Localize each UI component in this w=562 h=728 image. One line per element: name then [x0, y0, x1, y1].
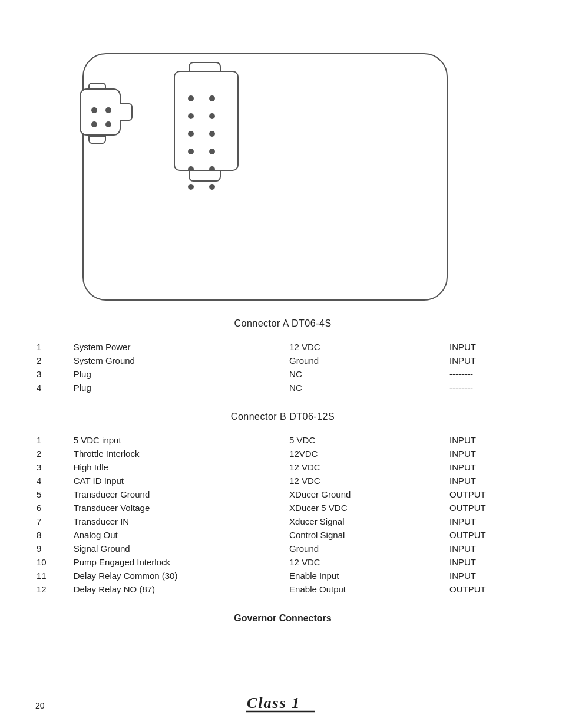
- row-num: 3: [37, 368, 72, 380]
- pin-a3: [91, 121, 97, 127]
- pin-b1: [188, 95, 194, 101]
- row-io: INPUT: [449, 354, 529, 367]
- row-io: INPUT: [449, 434, 529, 446]
- row-name: Delay Relay Common (30): [74, 569, 288, 582]
- row-name: 5 VDC input: [74, 434, 288, 446]
- row-num: 2: [37, 447, 72, 460]
- row-io: OUTPUT: [449, 583, 529, 595]
- diagram-box: [82, 53, 448, 301]
- table-row: 2 System Ground Ground INPUT: [37, 354, 529, 367]
- row-num: 4: [37, 381, 72, 394]
- row-name: Analog Out: [74, 529, 288, 541]
- table-row: 5 Transducer Ground XDucer Ground OUTPUT: [37, 488, 529, 500]
- connector-a-diagram: [77, 83, 130, 147]
- row-num: 8: [37, 529, 72, 541]
- row-io: INPUT: [449, 515, 529, 528]
- connector-b-table: 1 5 VDC input 5 VDC INPUT 2 Throttle Int…: [35, 433, 530, 597]
- table-row: 12 Delay Relay NO (87) Enable Output OUT…: [37, 583, 529, 595]
- row-name: CAT ID Input: [74, 475, 288, 487]
- pin-b5: [188, 131, 194, 137]
- pin-a2: [105, 107, 111, 113]
- row-value: 12 VDC: [289, 341, 448, 353]
- row-io: INPUT: [449, 447, 529, 460]
- logo-svg: Class 1: [246, 691, 316, 713]
- row-value: Enable Input: [289, 569, 448, 582]
- row-value: XDucer 5 VDC: [289, 502, 448, 514]
- row-name: High Idle: [74, 461, 288, 473]
- row-name: Transducer Voltage: [74, 502, 288, 514]
- pin-b3: [188, 113, 194, 119]
- table-row: 10 Pump Engaged Interlock 12 VDC INPUT: [37, 556, 529, 568]
- pin-b2: [209, 95, 215, 101]
- connector-a-title: Connector A DT06-4S: [35, 318, 530, 329]
- row-name: Plug: [74, 381, 288, 394]
- row-value: XDucer Ground: [289, 488, 448, 500]
- row-value: 12 VDC: [289, 475, 448, 487]
- table-row: 11 Delay Relay Common (30) Enable Input …: [37, 569, 529, 582]
- row-value: NC: [289, 368, 448, 380]
- row-io: --------: [449, 381, 529, 394]
- pin-b11: [188, 184, 194, 190]
- table-row: 1 System Power 12 VDC INPUT: [37, 341, 529, 353]
- logo-text: Class 1: [246, 701, 316, 716]
- row-value: NC: [289, 381, 448, 394]
- pin-b12: [209, 184, 215, 190]
- pin-b4: [209, 113, 215, 119]
- row-value: Xducer Signal: [289, 515, 448, 528]
- row-name: Delay Relay NO (87): [74, 583, 288, 595]
- table-row: 4 CAT ID Input 12 VDC INPUT: [37, 475, 529, 487]
- pin-b8: [209, 149, 215, 154]
- row-num: 6: [37, 502, 72, 514]
- row-value: 12VDC: [289, 447, 448, 460]
- row-value: Ground: [289, 542, 448, 555]
- row-num: 1: [37, 434, 72, 446]
- row-value: Enable Output: [289, 583, 448, 595]
- row-io: INPUT: [449, 341, 529, 353]
- row-io: INPUT: [449, 461, 529, 473]
- connector-b-diagram: [171, 59, 247, 189]
- page-number: 20: [35, 701, 45, 710]
- row-name: System Ground: [74, 354, 288, 367]
- company-logo: Class 1: [246, 691, 316, 716]
- table-row: 1 5 VDC input 5 VDC INPUT: [37, 434, 529, 446]
- row-num: 11: [37, 569, 72, 582]
- row-name: Transducer IN: [74, 515, 288, 528]
- row-name: System Power: [74, 341, 288, 353]
- row-io: INPUT: [449, 556, 529, 568]
- row-num: 1: [37, 341, 72, 353]
- row-io: OUTPUT: [449, 502, 529, 514]
- row-num: 3: [37, 461, 72, 473]
- connector-b-title: Connector B DT06-12S: [35, 411, 530, 422]
- pin-a4: [105, 121, 111, 127]
- row-io: INPUT: [449, 569, 529, 582]
- table-row: 6 Transducer Voltage XDucer 5 VDC OUTPUT: [37, 502, 529, 514]
- table-row: 8 Analog Out Control Signal OUTPUT: [37, 529, 529, 541]
- tables-section: Connector A DT06-4S 1 System Power 12 VD…: [35, 318, 530, 624]
- connector-a-table: 1 System Power 12 VDC INPUT 2 System Gro…: [35, 340, 530, 395]
- table-row: 2 Throttle Interlock 12VDC INPUT: [37, 447, 529, 460]
- row-num: 10: [37, 556, 72, 568]
- row-io: --------: [449, 368, 529, 380]
- row-value: 12 VDC: [289, 556, 448, 568]
- row-num: 12: [37, 583, 72, 595]
- pin-b6: [209, 131, 215, 137]
- row-value: 12 VDC: [289, 461, 448, 473]
- row-num: 2: [37, 354, 72, 367]
- row-io: OUTPUT: [449, 529, 529, 541]
- row-num: 9: [37, 542, 72, 555]
- row-name: Transducer Ground: [74, 488, 288, 500]
- table-row: 7 Transducer IN Xducer Signal INPUT: [37, 515, 529, 528]
- row-num: 4: [37, 475, 72, 487]
- table-row: 3 Plug NC --------: [37, 368, 529, 380]
- row-io: INPUT: [449, 475, 529, 487]
- table-row: 4 Plug NC --------: [37, 381, 529, 394]
- governor-connectors-title: Governor Connectors: [35, 613, 530, 624]
- row-name: Plug: [74, 368, 288, 380]
- pin-a1: [91, 107, 97, 113]
- table-row: 9 Signal Ground Ground INPUT: [37, 542, 529, 555]
- row-name: Pump Engaged Interlock: [74, 556, 288, 568]
- row-io: OUTPUT: [449, 488, 529, 500]
- table-row: 3 High Idle 12 VDC INPUT: [37, 461, 529, 473]
- row-name: Signal Ground: [74, 542, 288, 555]
- row-num: 5: [37, 488, 72, 500]
